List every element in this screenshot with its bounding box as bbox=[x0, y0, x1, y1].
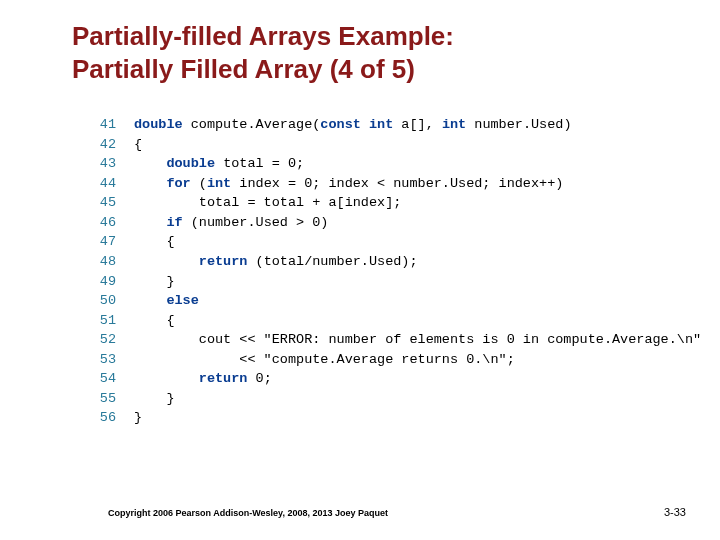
line-number: 46 bbox=[88, 213, 116, 233]
code-line: 44 for (int index = 0; index < number.Us… bbox=[88, 174, 720, 194]
code-line: 53 << "compute.Average returns 0.\n"; bbox=[88, 350, 720, 370]
line-number: 49 bbox=[88, 272, 116, 292]
code-text: total = total + a[index]; bbox=[134, 195, 401, 210]
slide-title: Partially-filled Arrays Example: Partial… bbox=[0, 20, 720, 85]
code-text: << "compute.Average returns 0.\n"; bbox=[134, 352, 515, 367]
line-number: 50 bbox=[88, 291, 116, 311]
code-text: { bbox=[134, 313, 175, 328]
code-text: double total = 0; bbox=[134, 156, 304, 171]
code-block: 41double compute.Average(const int a[], … bbox=[0, 115, 720, 428]
line-number: 56 bbox=[88, 408, 116, 428]
code-line: 52 cout << "ERROR: number of elements is… bbox=[88, 330, 720, 350]
code-line: 50 else bbox=[88, 291, 720, 311]
page-number: 3-33 bbox=[664, 506, 686, 518]
code-text: if (number.Used > 0) bbox=[134, 215, 328, 230]
code-line: 55 } bbox=[88, 389, 720, 409]
code-text: cout << "ERROR: number of elements is 0 … bbox=[134, 332, 701, 347]
code-line: 54 return 0; bbox=[88, 369, 720, 389]
code-line: 41double compute.Average(const int a[], … bbox=[88, 115, 720, 135]
line-number: 55 bbox=[88, 389, 116, 409]
line-number: 42 bbox=[88, 135, 116, 155]
line-number: 44 bbox=[88, 174, 116, 194]
line-number: 43 bbox=[88, 154, 116, 174]
code-line: 43 double total = 0; bbox=[88, 154, 720, 174]
code-text: { bbox=[134, 137, 142, 152]
code-line: 45 total = total + a[index]; bbox=[88, 193, 720, 213]
line-number: 53 bbox=[88, 350, 116, 370]
code-line: 49 } bbox=[88, 272, 720, 292]
title-line-1: Partially-filled Arrays Example: bbox=[72, 20, 680, 53]
line-number: 41 bbox=[88, 115, 116, 135]
code-line: 56} bbox=[88, 408, 720, 428]
code-text: { bbox=[134, 234, 175, 249]
code-text: else bbox=[134, 293, 199, 308]
code-text: for (int index = 0; index < number.Used;… bbox=[134, 176, 563, 191]
code-line: 47 { bbox=[88, 232, 720, 252]
line-number: 47 bbox=[88, 232, 116, 252]
code-text: return (total/number.Used); bbox=[134, 254, 418, 269]
code-line: 42{ bbox=[88, 135, 720, 155]
code-text: } bbox=[134, 274, 175, 289]
code-text: return 0; bbox=[134, 371, 272, 386]
line-number: 51 bbox=[88, 311, 116, 331]
title-line-2: Partially Filled Array (4 of 5) bbox=[72, 53, 680, 86]
line-number: 52 bbox=[88, 330, 116, 350]
code-text: } bbox=[134, 391, 175, 406]
code-text: } bbox=[134, 410, 142, 425]
slide: Partially-filled Arrays Example: Partial… bbox=[0, 0, 720, 540]
copyright-text: Copyright 2006 Pearson Addison-Wesley, 2… bbox=[108, 508, 388, 518]
line-number: 48 bbox=[88, 252, 116, 272]
line-number: 54 bbox=[88, 369, 116, 389]
code-line: 48 return (total/number.Used); bbox=[88, 252, 720, 272]
code-line: 46 if (number.Used > 0) bbox=[88, 213, 720, 233]
code-text: double compute.Average(const int a[], in… bbox=[134, 117, 572, 132]
line-number: 45 bbox=[88, 193, 116, 213]
code-line: 51 { bbox=[88, 311, 720, 331]
